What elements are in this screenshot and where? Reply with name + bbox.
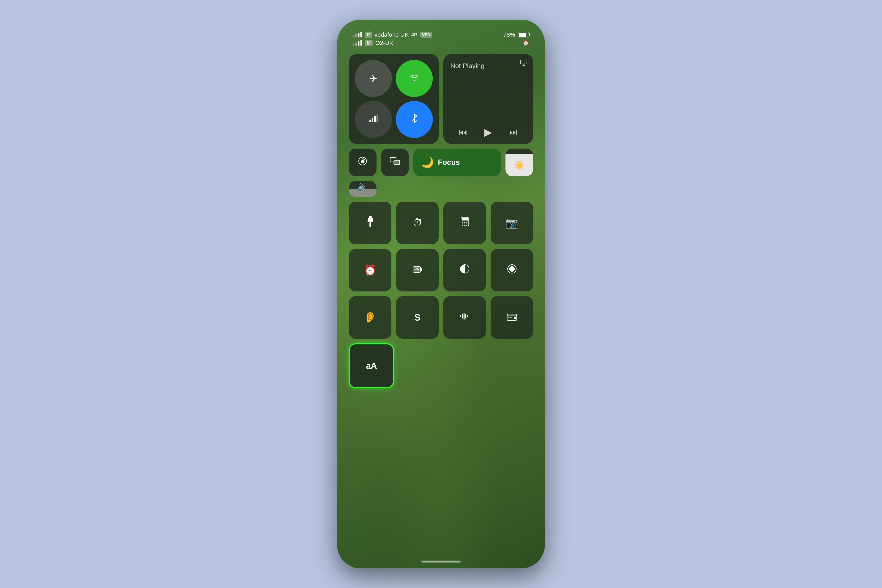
battery-fill [519,33,526,37]
wallet-button[interactable] [490,296,533,339]
battery-row: 78% [503,32,529,38]
svg-rect-28 [465,314,466,318]
cellular-button[interactable] [355,101,392,138]
camera-icon: 📷 [506,217,518,229]
text-size-button[interactable]: aA [349,344,394,388]
bluetooth-icon [411,113,418,126]
screen-mirror-button[interactable] [381,148,409,176]
bottom-spacer [399,344,533,388]
signal2-bar-4 [360,40,362,46]
svg-rect-26 [462,314,463,318]
carrier2-name: O2-UK [375,40,393,46]
signal2-bar-2 [356,42,357,46]
carrier2-row: M O2-UK [353,40,432,46]
carrier1-network: 4G [411,32,417,38]
svg-point-14 [464,222,465,224]
focus-button[interactable]: 🌙 Focus [413,148,501,176]
wifi-button[interactable] [396,60,433,97]
connectivity-tile[interactable]: ✈ [349,54,439,144]
screen-record-button[interactable] [490,249,533,291]
camera-button[interactable]: 📷 [490,202,533,244]
focus-label: Focus [438,158,460,166]
bottom-row: aA [349,344,533,388]
svg-point-13 [462,222,464,224]
voice-recognition-icon [460,311,470,324]
row2: 🌙 Focus ☀️ 🔈 [349,148,533,197]
svg-rect-27 [464,313,465,320]
row-actions2: ⏰ [349,249,533,291]
not-playing-label: Not Playing [450,62,526,70]
svg-point-24 [509,266,515,272]
cellular-icon [369,114,378,126]
battery-health-icon [413,264,422,276]
svg-point-18 [466,225,467,226]
brightness-slider[interactable]: ☀️ [506,148,533,176]
svg-point-15 [466,222,467,224]
text-size-icon: aA [366,360,377,371]
moon-icon: 🌙 [421,156,434,168]
screen-mirror-icon [390,156,400,168]
timer-button[interactable]: ⏱ [396,202,439,244]
svg-rect-9 [369,216,372,218]
alarm-icon: ⏰ [364,264,376,276]
row-connectivity: ✈ [349,54,533,144]
now-playing-tile[interactable]: Not Playing ⏮ ▶ ⏭ [443,54,533,144]
signal1-bars [353,32,362,38]
hearing-button[interactable]: 👂 [349,296,392,339]
orientation-lock-icon [357,156,368,168]
alarm-button[interactable]: ⏰ [349,249,392,291]
brightness-icon: ☀️ [514,160,525,170]
battery-icon [518,32,529,38]
volume-icon: 🔈 [357,181,368,191]
svg-point-17 [464,225,465,226]
orientation-lock-button[interactable] [349,148,376,176]
svg-rect-1 [372,118,374,122]
calculator-button[interactable] [443,202,486,244]
calculator-icon [460,217,470,229]
signal2-bar-3 [358,41,360,46]
volume-slider[interactable]: 🔈 [349,181,376,197]
signal-bar-2 [356,34,357,38]
signal-bar-1 [353,36,354,38]
rewind-button[interactable]: ⏮ [459,127,468,137]
svg-rect-31 [514,317,516,319]
fast-forward-button[interactable]: ⏭ [509,127,518,137]
battery-health-button[interactable] [396,249,439,291]
alarm-icon: ⏰ [522,40,529,46]
wallet-icon [507,312,517,323]
voice-recognition-button[interactable] [443,296,486,339]
shazam-icon: S [414,312,420,323]
svg-rect-3 [376,114,378,122]
phone-frame: P vodafone UK 4G VPN M O2-UK 78% [337,20,545,568]
carrier2-badge: M [365,40,373,46]
battery-percent: 78% [503,32,515,38]
svg-point-16 [462,225,464,226]
svg-rect-0 [369,120,371,122]
signal2-bars [353,40,362,46]
hearing-icon: 👂 [364,312,376,323]
signal-bar-4 [360,32,362,38]
bluetooth-button[interactable] [396,101,433,138]
timer-icon: ⏱ [412,217,423,229]
carrier1-name: vodafone UK [375,32,408,38]
vpn-badge: VPN [420,32,432,38]
svg-rect-29 [466,315,468,317]
shazam-button[interactable]: S [396,296,439,339]
row-actions1: ⏱ [349,202,533,244]
control-center: ✈ [337,50,545,400]
flashlight-button[interactable] [349,202,392,244]
screen-record-icon [507,264,517,276]
dark-mode-button[interactable] [443,249,486,291]
status-bar: P vodafone UK 4G VPN M O2-UK 78% [337,20,545,50]
svg-rect-12 [462,218,468,220]
play-button[interactable]: ▶ [484,126,492,138]
status-left: P vodafone UK 4G VPN M O2-UK [353,32,432,46]
carrier1-badge: P [365,32,372,38]
svg-rect-20 [421,268,422,271]
svg-rect-2 [374,116,376,122]
home-indicator [422,561,460,562]
signal-bar-3 [358,33,360,38]
wifi-icon [409,72,420,85]
svg-rect-10 [369,222,371,227]
airplane-mode-button[interactable]: ✈ [355,60,392,97]
